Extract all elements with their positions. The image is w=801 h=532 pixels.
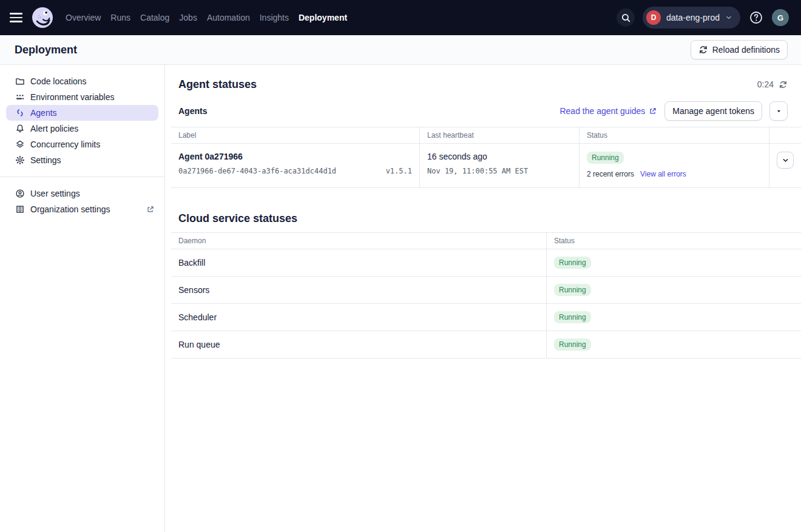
main-content: Agent statuses 0:24 Agents Read the agen… — [165, 65, 801, 532]
sidebar-item-code-locations[interactable]: Code locations — [6, 73, 158, 89]
agents-section-heading: Agents — [178, 106, 207, 116]
agent-guides-link[interactable]: Read the agent guides — [559, 106, 657, 116]
agent-version: v1.5.1 — [386, 167, 412, 175]
view-all-errors-link[interactable]: View all errors — [640, 170, 686, 178]
nav-item-deployment[interactable]: Deployment — [299, 13, 347, 22]
refresh-icon[interactable] — [779, 80, 788, 89]
sidebar-item-organization-settings[interactable]: Organization settings — [6, 201, 158, 217]
sidebar-item-agents[interactable]: Agents — [6, 105, 158, 121]
agent-actions-cell — [769, 144, 801, 188]
daemon-name: Sensors — [171, 277, 547, 304]
agents-more-actions-button[interactable] — [769, 101, 788, 121]
expand-agent-row-button[interactable] — [777, 152, 794, 169]
status-badge: Running — [554, 338, 591, 351]
daemon-name: Scheduler — [171, 304, 547, 331]
sidebar-item-label: Organization settings — [30, 204, 110, 214]
agents-icon — [15, 108, 25, 118]
daemon-status-cell: Running — [547, 331, 801, 359]
reload-definitions-button[interactable]: Reload definitions — [691, 40, 788, 59]
nav-item-insights[interactable]: Insights — [260, 13, 289, 22]
agent-heartbeat-cell: 16 seconds ago Nov 19, 11:00:55 AM EST — [420, 144, 580, 188]
daemon-name: Backfill — [171, 249, 547, 277]
chevron-down-icon — [725, 14, 732, 21]
sidebar-item-environment-variables[interactable]: Environment variables — [6, 89, 158, 105]
sidebar-divider — [0, 177, 164, 177]
daemon-status-cell: Running — [547, 249, 801, 277]
external-link-icon — [146, 205, 155, 214]
sidebar-item-alert-policies[interactable]: Alert policies — [6, 121, 158, 136]
agent-name: Agent 0a271966 — [178, 152, 412, 161]
daemon-name: Run queue — [171, 331, 547, 359]
sidebar-item-label: Settings — [30, 155, 61, 165]
cloud-service-statuses-title: Cloud service statuses — [178, 212, 788, 225]
nav-item-overview[interactable]: Overview — [66, 13, 101, 22]
column-header-actions — [769, 127, 801, 144]
env-vars-icon — [15, 92, 25, 102]
nav-item-automation[interactable]: Automation — [207, 13, 250, 22]
sidebar-item-label: Concurrency limits — [30, 140, 100, 149]
agents-table: Label Last heartbeat Status Agent 0a2719… — [171, 127, 801, 188]
user-icon — [15, 189, 25, 198]
heartbeat-relative: 16 seconds ago — [427, 152, 572, 161]
deployment-badge: D — [646, 10, 661, 25]
external-link-icon — [649, 107, 657, 115]
page-title: Deployment — [15, 44, 77, 56]
sidebar-item-user-settings[interactable]: User settings — [6, 186, 158, 201]
dagster-logo-icon[interactable] — [32, 7, 53, 29]
gear-icon — [15, 155, 25, 165]
sidebar-item-concurrency-limits[interactable]: Concurrency limits — [6, 136, 158, 152]
reload-definitions-label: Reload definitions — [712, 45, 780, 55]
top-navigation-bar: Overview Runs Catalog Jobs Automation In… — [0, 0, 801, 35]
help-icon[interactable] — [748, 10, 764, 25]
search-icon[interactable] — [617, 8, 635, 27]
refresh-countdown: 0:24 — [757, 79, 774, 89]
page-header: Deployment Reload definitions — [0, 35, 801, 65]
reload-icon — [698, 45, 708, 55]
daemon-status-cell: Running — [547, 277, 801, 304]
folder-icon — [15, 76, 25, 86]
user-avatar[interactable]: G — [772, 9, 789, 26]
recent-errors-text: 2 recent errors — [587, 170, 634, 178]
agent-guides-link-label: Read the agent guides — [559, 106, 645, 116]
daemon-status-cell: Running — [547, 304, 801, 331]
column-header-status: Status — [580, 127, 769, 144]
column-header-daemon: Daemon — [171, 233, 547, 249]
status-badge: Running — [554, 311, 591, 323]
status-badge: Running — [554, 284, 591, 296]
column-header-status: Status — [547, 233, 801, 249]
sidebar-item-label: Environment variables — [30, 92, 115, 102]
topnav-right-cluster: D data-eng-prod G — [617, 7, 789, 29]
bell-icon — [15, 124, 25, 133]
primary-nav: Overview Runs Catalog Jobs Automation In… — [66, 13, 347, 22]
status-badge: Running — [554, 257, 591, 269]
chevron-down-icon — [782, 157, 789, 164]
sidebar-item-label: User settings — [30, 189, 80, 198]
sidebar-item-label: Agents — [30, 108, 57, 118]
deployment-switcher[interactable]: D data-eng-prod — [643, 7, 740, 29]
heartbeat-timestamp: Nov 19, 11:00:55 AM EST — [427, 167, 572, 175]
nav-item-catalog[interactable]: Catalog — [140, 13, 169, 22]
caret-down-icon — [776, 108, 782, 115]
nav-item-runs[interactable]: Runs — [110, 13, 130, 22]
manage-agent-tokens-button[interactable]: Manage agent tokens — [664, 101, 762, 121]
cloud-service-table: Daemon Status Backfill Running Sensors R… — [171, 232, 801, 359]
sidebar-item-label: Alert policies — [30, 124, 78, 133]
agent-status-cell: Running 2 recent errors View all errors — [580, 144, 769, 188]
layers-icon — [15, 140, 25, 149]
nav-item-jobs[interactable]: Jobs — [179, 13, 197, 22]
sidebar-item-settings[interactable]: Settings — [6, 152, 158, 168]
menu-icon[interactable] — [10, 9, 27, 26]
deployment-sidebar: Code locations Environment variables Age… — [0, 65, 165, 532]
sidebar-item-label: Code locations — [30, 76, 87, 86]
column-header-last-heartbeat: Last heartbeat — [420, 127, 580, 144]
manage-agent-tokens-label: Manage agent tokens — [672, 106, 754, 116]
org-icon — [15, 204, 25, 214]
agent-statuses-title: Agent statuses — [178, 78, 257, 91]
status-badge: Running — [587, 152, 624, 164]
deployment-name: data-eng-prod — [666, 13, 720, 22]
agent-label-cell: Agent 0a271966 0a271966-de67-4043-a3f6-a… — [171, 144, 420, 188]
column-header-label: Label — [171, 127, 420, 144]
agent-id: 0a271966-de67-4043-a3f6-aca31dc44d1d — [178, 167, 336, 175]
